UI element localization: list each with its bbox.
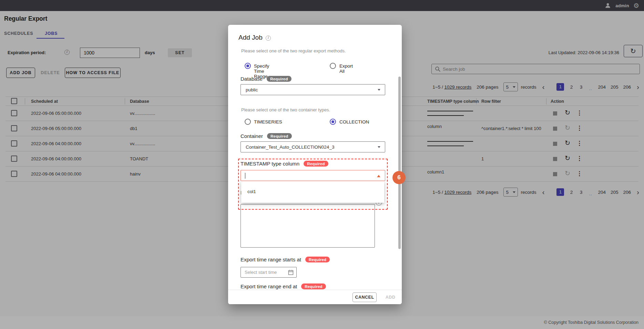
start-time-label: Export time range starts at Required — [241, 257, 330, 262]
container-select[interactable]: Container_Test_Auto_COLLECTION024_3 — [241, 141, 385, 152]
dropdown-option-col1[interactable]: col1 — [247, 189, 256, 194]
required-badge: Required — [301, 283, 326, 289]
container-label: Container Required — [241, 133, 292, 139]
end-time-label: Export time range end at Required — [241, 283, 326, 289]
annotation-step-badge: 6 — [392, 171, 406, 184]
database-label: Database Required — [241, 76, 292, 82]
radio-timeseries[interactable] — [245, 119, 251, 125]
database-value: public — [246, 87, 258, 92]
required-badge: Required — [267, 133, 292, 139]
radio-collection[interactable] — [330, 119, 336, 125]
add-button[interactable]: ADD — [382, 292, 399, 302]
modal-scrollbar[interactable] — [398, 77, 401, 249]
dialog-footer: CANCEL ADD — [228, 290, 402, 304]
radio-label[interactable]: Export All — [339, 63, 353, 74]
required-badge: Required — [305, 257, 330, 262]
radio-label[interactable]: TIMESERIES — [254, 119, 282, 124]
info-icon[interactable]: i — [266, 36, 271, 41]
start-time-input[interactable] — [241, 267, 297, 278]
radio-export-all[interactable] — [330, 63, 336, 69]
chevron-down-icon — [378, 146, 380, 148]
radio-specify-time-range[interactable] — [245, 63, 251, 69]
chevron-down-icon — [378, 89, 380, 91]
container-value: Container_Test_Auto_COLLECTION024_3 — [246, 144, 334, 150]
timestamp-column-label: TIMESTAMP type column Required — [241, 161, 328, 167]
dialog-body: Add Job i Please select one of the two r… — [228, 25, 402, 290]
text-cursor — [245, 173, 245, 179]
export-method-hint: Please select one of the two regular exp… — [241, 48, 346, 53]
row-filter-textarea[interactable] — [241, 204, 375, 248]
chevron-up-icon — [377, 175, 380, 177]
cancel-button[interactable]: CANCEL — [352, 292, 377, 302]
database-select[interactable]: public — [241, 84, 385, 95]
dialog-title: Add Job — [238, 34, 263, 41]
timestamp-options-dropdown: col1 — [241, 181, 384, 203]
required-badge: Required — [304, 161, 328, 167]
timestamp-column-combobox[interactable] — [241, 170, 385, 181]
radio-label[interactable]: COLLECTION — [339, 119, 369, 124]
container-type-hint: Please select one of the two container t… — [241, 107, 330, 112]
add-job-dialog: Add Job i Please select one of the two r… — [228, 25, 402, 304]
required-badge: Required — [267, 76, 291, 82]
